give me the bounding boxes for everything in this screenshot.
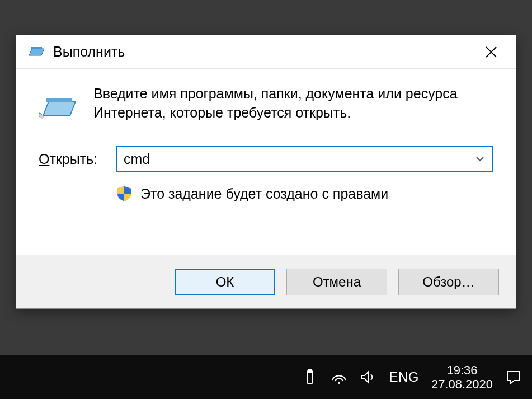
description-row: Введите имя программы, папки, документа … [39, 85, 493, 127]
cancel-button[interactable]: Отмена [286, 269, 387, 295]
run-title-icon [27, 43, 45, 61]
close-button[interactable] [474, 39, 508, 65]
titlebar[interactable]: Выполнить [16, 35, 516, 69]
browse-button[interactable]: Обзор… [398, 269, 499, 295]
open-row: Открыть: [39, 146, 493, 172]
svg-point-4 [338, 382, 340, 384]
open-input[interactable] [124, 151, 474, 167]
open-combobox[interactable] [116, 146, 493, 172]
notifications-icon[interactable] [505, 369, 522, 386]
wifi-icon[interactable] [331, 369, 347, 386]
dialog-footer: ОК Отмена Обзор… [16, 255, 516, 308]
admin-privilege-note: Это задание будет создано с правами [39, 185, 493, 202]
run-icon [39, 88, 78, 127]
dialog-body: Введите имя программы, папки, документа … [16, 69, 516, 255]
dialog-title: Выполнить [53, 44, 474, 60]
ok-button[interactable]: ОК [175, 269, 275, 295]
clock-date: 27.08.2020 [431, 377, 493, 391]
usb-icon[interactable] [302, 369, 318, 386]
language-indicator[interactable]: ENG [389, 369, 419, 385]
svg-rect-0 [31, 47, 42, 49]
clock-time: 19:36 [431, 363, 493, 377]
open-label: Открыть: [39, 151, 106, 167]
shield-icon [116, 185, 133, 202]
volume-icon[interactable] [360, 369, 376, 386]
admin-privilege-text: Это задание будет создано с правами [140, 186, 388, 202]
clock[interactable]: 19:36 27.08.2020 [431, 363, 493, 392]
run-dialog: Выполнить Введите имя программы, папки, … [16, 35, 516, 309]
dialog-description: Введите имя программы, папки, документа … [93, 85, 493, 123]
svg-rect-1 [46, 98, 72, 102]
chevron-down-icon[interactable] [474, 153, 486, 165]
taskbar[interactable]: ENG 19:36 27.08.2020 [0, 355, 532, 399]
